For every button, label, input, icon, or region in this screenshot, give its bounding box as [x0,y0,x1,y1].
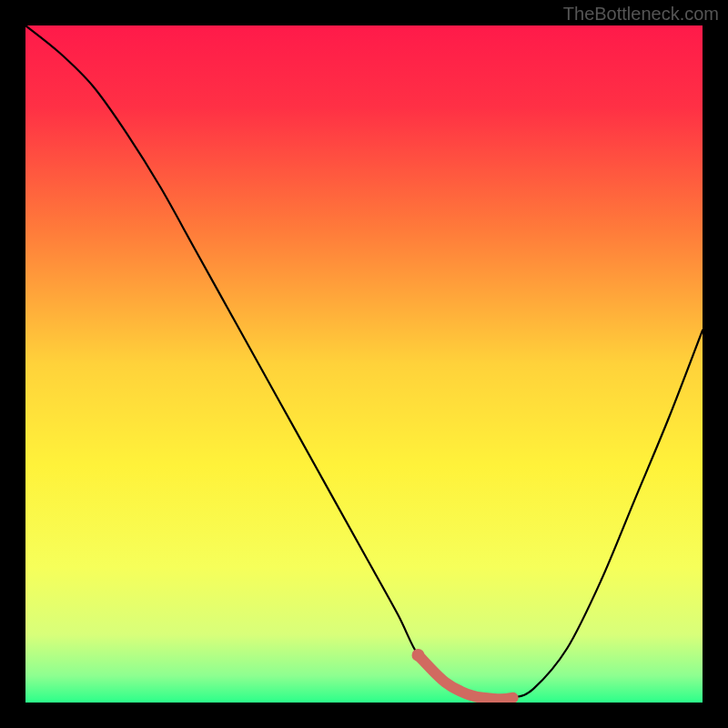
bottom-highlight-marker [419,655,513,699]
plot-area [25,25,703,703]
curve-layer [25,25,703,703]
watermark-text: TheBottleneck.com [563,4,719,25]
highlight-start-dot [412,649,425,662]
chart-frame: TheBottleneck.com [0,0,728,728]
bottleneck-curve [25,25,703,699]
